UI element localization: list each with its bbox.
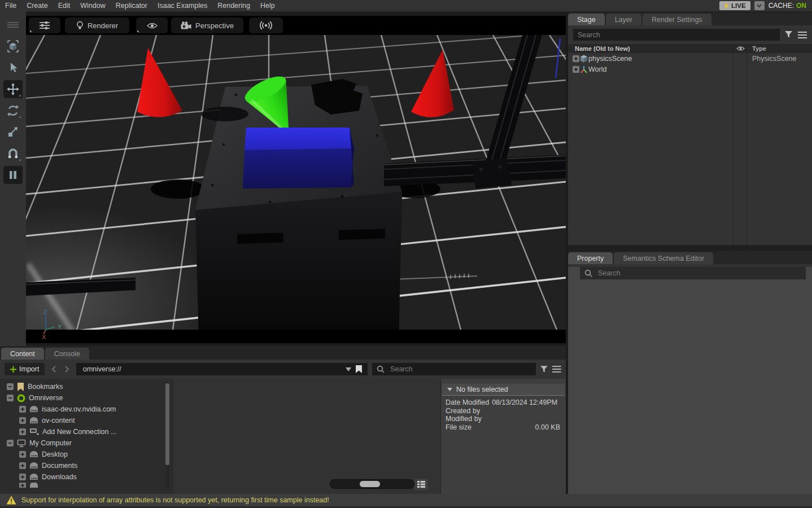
expand-icon[interactable] xyxy=(573,66,579,73)
tree-item-bookmarks[interactable]: Bookmarks xyxy=(0,381,172,392)
snap-tool-button[interactable] xyxy=(3,144,23,163)
content-tab-bar: Content Console xyxy=(0,346,566,360)
tab-stage[interactable]: Stage xyxy=(568,14,605,25)
view-mode-button[interactable] xyxy=(414,479,428,490)
filter-icon[interactable] xyxy=(785,31,793,38)
collapse-icon[interactable] xyxy=(7,383,14,390)
tree-item-isaac-dev[interactable]: isaac-dev.ov.nvidia.com xyxy=(0,404,172,415)
renderer-button[interactable]: Renderer xyxy=(65,17,129,33)
expand-icon[interactable] xyxy=(19,474,26,480)
expand-icon[interactable] xyxy=(573,55,579,62)
tree-item-omniverse[interactable]: Omniverse xyxy=(0,392,172,404)
expand-icon[interactable] xyxy=(19,483,26,488)
tree-item-documents[interactable]: Documents xyxy=(0,460,172,471)
menu-window[interactable]: Window xyxy=(75,2,110,10)
property-search-input[interactable] xyxy=(597,269,801,278)
tree-scrollbar-thumb[interactable] xyxy=(165,383,169,465)
visibility-column-icon xyxy=(736,46,745,51)
expand-icon[interactable] xyxy=(19,462,26,469)
path-bar[interactable] xyxy=(76,363,368,375)
xform-axis-icon xyxy=(579,65,588,74)
tab-render-settings[interactable]: Render Settings xyxy=(643,14,711,25)
magnet-icon xyxy=(7,148,19,159)
tab-semantics-schema-editor[interactable]: Semantics Schema Editor xyxy=(614,252,713,264)
menu-edit[interactable]: Edit xyxy=(53,2,76,10)
tree-item-my-computer[interactable]: My Computer xyxy=(0,437,172,449)
menu-file[interactable]: File xyxy=(0,2,21,10)
tree-item-add-new-connection[interactable]: Add New Connection ... xyxy=(0,426,172,437)
collapse-icon[interactable] xyxy=(7,440,14,446)
tree-item-clipped[interactable] xyxy=(0,483,172,488)
rotate-tool-button[interactable] xyxy=(3,102,23,120)
bookmark-icon[interactable] xyxy=(356,365,362,373)
property-tab-bar: Property Semantics Schema Editor xyxy=(568,251,812,264)
content-body: Bookmarks Omniverse isaac-dev.ov.nvidia.… xyxy=(0,379,566,494)
path-dropdown-icon[interactable] xyxy=(346,367,351,371)
menu-isaac-examples[interactable]: Isaac Examples xyxy=(152,2,212,10)
menu-help[interactable]: Help xyxy=(255,2,280,10)
menu-create[interactable]: Create xyxy=(21,2,53,10)
stage-search-input[interactable] xyxy=(573,29,780,41)
tab-layer[interactable]: Layer xyxy=(606,14,641,25)
expand-icon[interactable] xyxy=(19,428,26,435)
file-grid-pane[interactable] xyxy=(172,379,440,494)
floor-shadow-left xyxy=(151,179,205,199)
status-bar: Support for interpolation of array attri… xyxy=(0,494,812,506)
stage-table-header: Name (Old to New) Type xyxy=(568,44,812,53)
move-tool-button[interactable] xyxy=(3,80,23,98)
menu-rendering[interactable]: Rendering xyxy=(212,2,255,10)
scale-tool-button[interactable] xyxy=(3,123,23,141)
name-column-header[interactable]: Name (Old to New) xyxy=(568,45,630,52)
panel-divider[interactable] xyxy=(568,245,812,251)
expand-icon[interactable] xyxy=(19,417,26,424)
grip-lines-icon xyxy=(7,22,19,28)
chevron-right-icon xyxy=(65,366,69,373)
tab-stage-label: Stage xyxy=(577,16,596,24)
tree-item-downloads[interactable]: Downloads xyxy=(0,471,172,483)
menu-replicator[interactable]: Replicator xyxy=(111,2,152,10)
details-header[interactable]: No files selected xyxy=(442,384,565,396)
pause-button[interactable] xyxy=(3,166,23,184)
viewport-settings-button[interactable] xyxy=(29,17,60,33)
expand-icon[interactable] xyxy=(19,451,26,458)
stage-search-row xyxy=(568,25,812,44)
stage-row-physics-scene[interactable]: physicsScene PhysicsScene xyxy=(568,53,812,64)
tab-console-label: Console xyxy=(54,350,80,358)
path-input[interactable] xyxy=(82,365,341,374)
thumbnail-size-slider[interactable] xyxy=(330,479,414,489)
tab-property[interactable]: Property xyxy=(568,252,613,264)
tab-render-settings-label: Render Settings xyxy=(652,16,702,24)
filter-icon[interactable] xyxy=(540,366,548,373)
select-mode-button[interactable] xyxy=(3,37,23,55)
broadcast-button[interactable] xyxy=(249,17,283,33)
import-button[interactable]: Import xyxy=(5,363,45,375)
live-dropdown-button[interactable] xyxy=(754,1,765,10)
select-tool-button[interactable] xyxy=(3,59,23,77)
content-search-input[interactable] xyxy=(389,365,531,374)
type-column-header[interactable]: Type xyxy=(752,45,766,52)
button-notch xyxy=(137,30,139,32)
collapse-icon[interactable] xyxy=(7,395,14,401)
tree-item-ov-content[interactable]: ov-content xyxy=(0,415,172,426)
content-browser: Content Console Import xyxy=(0,346,566,494)
visibility-button[interactable] xyxy=(136,17,168,33)
tab-content[interactable]: Content xyxy=(1,348,44,360)
stage-options-icon[interactable] xyxy=(798,32,807,38)
content-options-icon[interactable] xyxy=(552,366,561,373)
forward-button[interactable] xyxy=(63,363,72,375)
slider-handle[interactable] xyxy=(360,481,380,487)
viewport-3d[interactable]: Z Y X Renderer xyxy=(26,16,566,343)
live-button[interactable]: LIVE xyxy=(719,1,750,10)
chevron-left-icon xyxy=(51,366,56,373)
toolbar-drag-handle[interactable] xyxy=(3,16,23,34)
expand-icon[interactable] xyxy=(19,406,26,413)
camera-button[interactable]: Perspective xyxy=(171,17,243,33)
tree-item-desktop[interactable]: Desktop xyxy=(0,449,172,460)
tab-console[interactable]: Console xyxy=(45,348,89,360)
cache-status: ON xyxy=(796,2,806,10)
cursor-icon xyxy=(7,62,19,73)
back-button[interactable] xyxy=(49,363,58,375)
tree-scrollbar[interactable] xyxy=(165,382,169,489)
x-axis-label: X xyxy=(42,334,46,340)
stage-row-world[interactable]: World xyxy=(568,64,812,75)
